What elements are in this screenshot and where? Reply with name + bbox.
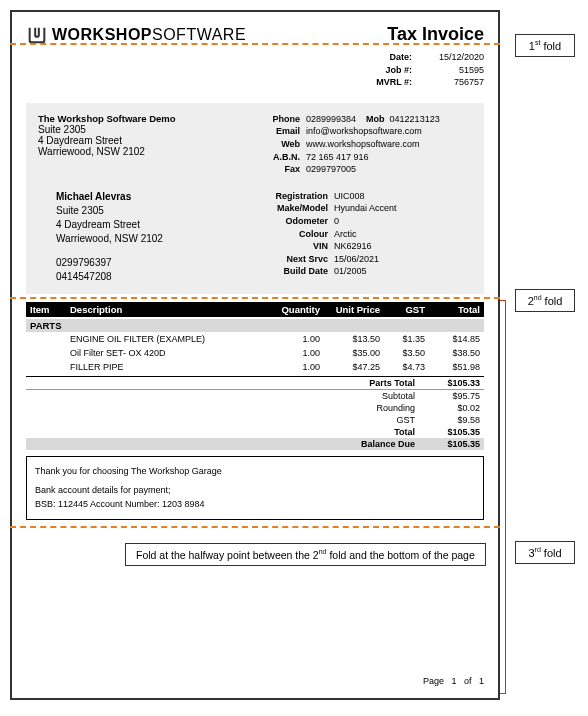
header: WORKSHOPSOFTWARE Tax Invoice Date:15/12/… — [26, 24, 484, 89]
line-gst: $3.50 — [380, 348, 425, 358]
fold-line-2 — [10, 297, 500, 299]
mm-lbl: Make/Model — [262, 202, 334, 215]
footer-page-of: of — [464, 676, 472, 686]
company-address: The Workshop Software Demo Suite 2305 4 … — [38, 113, 250, 176]
fold-txt: fold — [541, 547, 562, 559]
tax-invoice-title: Tax Invoice — [362, 24, 484, 45]
company-contact: Phone 0289999384 Mob 0412213123 Emailinf… — [262, 113, 472, 176]
fold-txt: fold — [540, 40, 561, 52]
email-val: info@workshopsoftware.com — [306, 125, 472, 138]
company-name: The Workshop Software Demo — [38, 113, 250, 124]
line-gst: $4.73 — [380, 362, 425, 372]
line-total: $51.98 — [425, 362, 480, 372]
web-val: www.workshopsoftware.com — [306, 138, 472, 151]
col-val: Arctic — [334, 228, 472, 241]
total-val: $105.35 — [425, 427, 480, 437]
meta-job-label: Job #: — [362, 64, 412, 77]
logo-bold: WORKSHOP — [52, 26, 152, 43]
ns-lbl: Next Srvc — [262, 253, 334, 266]
sub-lbl: Subtotal — [382, 391, 425, 401]
gst-lbl: GST — [396, 415, 425, 425]
fold-line-3 — [10, 526, 500, 528]
bal-val: $105.35 — [425, 439, 480, 449]
page-footer: Page 1 of 1 — [423, 676, 484, 686]
mm-val: Hyundai Accent — [334, 202, 472, 215]
col-qty: Quantity — [265, 304, 320, 315]
bd-lbl: Build Date — [262, 265, 334, 278]
fax-lbl: Fax — [262, 163, 300, 176]
meta-date-val: 15/12/2020 — [424, 51, 484, 64]
table-header: Item Description Quantity Unit Price GST… — [26, 302, 484, 317]
meta-date-label: Date: — [362, 51, 412, 64]
fold-label-3: 3rd fold — [515, 541, 575, 564]
line-desc: ENGINE OIL FILTER (EXAMPLE) — [70, 334, 265, 344]
line-unit: $47.25 — [320, 362, 380, 372]
reg-lbl: Registration — [262, 190, 334, 203]
halfway-suf: nd — [319, 548, 327, 555]
round-val: $0.02 — [425, 403, 480, 413]
halfway-note: Fold at the halfway point between the 2n… — [125, 543, 486, 566]
meta-mvrl-val: 756757 — [424, 76, 484, 89]
vin-lbl: VIN — [262, 240, 334, 253]
table-row: FILLER PIPE1.00$47.25$4.73$51.98 — [26, 360, 484, 374]
line-desc: Oil Filter SET- OX 420D — [70, 348, 265, 358]
col-lbl: Colour — [262, 228, 334, 241]
line-qty: 1.00 — [265, 348, 320, 358]
fold-txt: fold — [542, 295, 563, 307]
col-unit: Unit Price — [320, 304, 380, 315]
mob-val: 0412213123 — [390, 114, 440, 124]
fax-val: 0299797005 — [306, 163, 472, 176]
bd-val: 01/2005 — [334, 265, 472, 278]
mob-lbl: Mob — [366, 114, 385, 124]
fold-label-1: 1st fold — [515, 34, 575, 57]
odo-val: 0 — [334, 215, 472, 228]
company-line1: Suite 2305 — [38, 124, 250, 135]
vin-val: NK62916 — [334, 240, 472, 253]
fold-label-2: 2nd fold — [515, 289, 575, 312]
customer-line3: Warriewood, NSW 2102 — [56, 232, 250, 246]
round-lbl: Rounding — [376, 403, 425, 413]
company-line2: 4 Daydream Street — [38, 135, 250, 146]
meta-job-val: 51595 — [424, 64, 484, 77]
line-unit: $35.00 — [320, 348, 380, 358]
logo-text: WORKSHOPSOFTWARE — [52, 26, 246, 44]
customer-name: Michael Alevras — [56, 190, 250, 204]
parts-total-val: $105.33 — [425, 378, 480, 388]
customer-phone2: 0414547208 — [56, 270, 250, 284]
halfway-rest: fold and the bottom of the page — [327, 549, 475, 561]
parts-total-lbl: Parts Total — [369, 378, 425, 388]
line-total: $14.85 — [425, 334, 480, 344]
info-block: The Workshop Software Demo Suite 2305 4 … — [26, 103, 484, 294]
vehicle-block: RegistrationUIC008 Make/ModelHyundai Acc… — [262, 190, 472, 284]
phone-lbl: Phone — [262, 113, 300, 126]
line-gst: $1.35 — [380, 334, 425, 344]
table-row: ENGINE OIL FILTER (EXAMPLE)1.00$13.50$1.… — [26, 332, 484, 346]
ns-val: 15/06/2021 — [334, 253, 472, 266]
col-item: Item — [30, 304, 70, 315]
payment-details-lbl: Bank account details for payment; — [35, 484, 475, 498]
customer-line2: 4 Daydream Street — [56, 218, 250, 232]
line-qty: 1.00 — [265, 334, 320, 344]
parts-bar: PARTS — [26, 319, 484, 332]
reg-val: UIC008 — [334, 190, 472, 203]
payment-bsb: BSB: 112445 Account Number: 1203 8984 — [35, 498, 475, 512]
halfway-text: Fold at the halfway point between the 2 — [136, 549, 319, 561]
table-row: Oil Filter SET- OX 420D1.00$35.00$3.50$3… — [26, 346, 484, 360]
footer-page-total: 1 — [479, 676, 484, 686]
sub-val: $95.75 — [425, 391, 480, 401]
bal-lbl: Balance Due — [361, 439, 425, 449]
total-lbl: Total — [394, 427, 425, 437]
line-unit: $13.50 — [320, 334, 380, 344]
gst-val: $9.58 — [425, 415, 480, 425]
col-total: Total — [425, 304, 480, 315]
col-gst: GST — [380, 304, 425, 315]
line-desc: FILLER PIPE — [70, 362, 265, 372]
invoice-page: WORKSHOPSOFTWARE Tax Invoice Date:15/12/… — [10, 10, 500, 700]
logo-light: SOFTWARE — [152, 26, 246, 43]
payment-box: Thank you for choosing The Workshop Gara… — [26, 456, 484, 521]
customer-line1: Suite 2305 — [56, 204, 250, 218]
line-total: $38.50 — [425, 348, 480, 358]
fold-line-1 — [10, 43, 500, 45]
email-lbl: Email — [262, 125, 300, 138]
header-right: Tax Invoice Date:15/12/2020 Job #:51595 … — [362, 24, 484, 89]
